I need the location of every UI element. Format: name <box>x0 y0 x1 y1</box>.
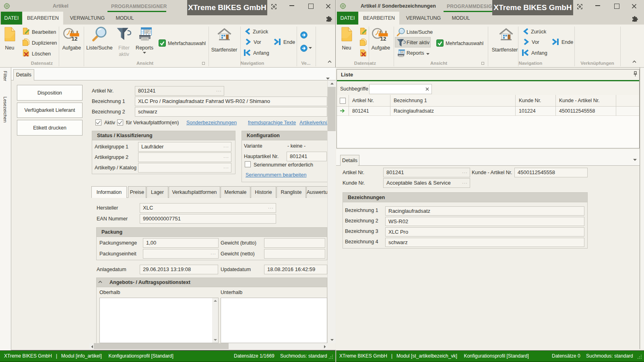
svg-text:12: 12 <box>71 36 77 42</box>
svg-text:12: 12 <box>380 36 386 42</box>
